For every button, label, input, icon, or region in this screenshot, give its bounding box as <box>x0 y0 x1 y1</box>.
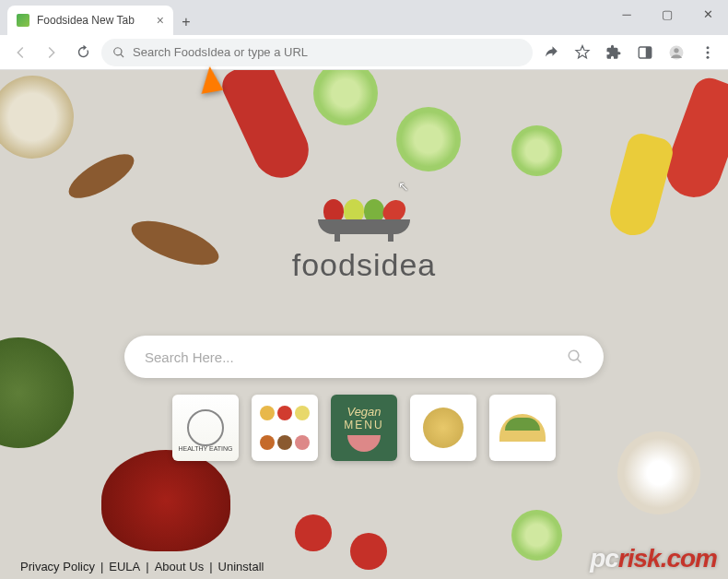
new-tab-button[interactable]: + <box>173 9 199 35</box>
quick-tiles: HEALTHY EATING Vegan MENU <box>172 395 556 461</box>
brand-name: foodsidea <box>124 247 604 283</box>
tab-title: Foodsidea New Tab <box>37 14 135 27</box>
search-icon <box>112 46 125 59</box>
footer-link-eula[interactable]: EULA <box>109 560 140 573</box>
tile-fast-food[interactable] <box>252 395 318 461</box>
extensions-icon[interactable] <box>601 44 627 61</box>
tile-taco[interactable] <box>489 395 556 461</box>
menu-dots-icon[interactable] <box>695 44 721 61</box>
tile-label: HEALTHY EATING <box>178 445 232 452</box>
background-food-collage <box>0 70 728 579</box>
toolbar: Search FoodsIdea or type a URL <box>0 35 728 70</box>
minimize-button[interactable]: ─ <box>606 0 647 28</box>
highlight-arrow <box>197 65 223 94</box>
close-tab-icon[interactable]: × <box>157 13 164 28</box>
tile-label-top: Vegan <box>346 405 381 419</box>
window-controls: ─ ▢ ✕ <box>606 0 728 28</box>
back-button[interactable] <box>7 40 33 65</box>
tile-healthy-eating[interactable]: HEALTHY EATING <box>172 395 239 461</box>
footer-link-about[interactable]: About Us <box>155 560 204 573</box>
favicon <box>17 14 29 27</box>
sidepanel-icon[interactable] <box>632 44 658 61</box>
search-icon[interactable] <box>567 349 583 365</box>
share-icon[interactable] <box>538 44 564 61</box>
tile-label-bottom: MENU <box>344 419 383 431</box>
tile-pasta[interactable] <box>410 395 476 461</box>
page-content: foodsidea HEALTHY EATING Vegan MENU Priv… <box>0 70 728 579</box>
page-search-bar[interactable] <box>124 336 604 378</box>
brand-block: foodsidea <box>124 199 604 283</box>
svg-rect-1 <box>646 47 652 58</box>
footer-links: Privacy Policy| EULA| About Us| Uninstal… <box>20 560 264 573</box>
browser-tab[interactable]: Foodsidea New Tab × <box>7 6 173 35</box>
omnibox[interactable]: Search FoodsIdea or type a URL <box>101 39 533 66</box>
tile-vegan-menu[interactable]: Vegan MENU <box>331 395 397 461</box>
bookmark-star-icon[interactable] <box>569 44 595 61</box>
footer-link-privacy[interactable]: Privacy Policy <box>20 560 95 573</box>
footer-link-uninstall[interactable]: Uninstall <box>218 560 264 573</box>
svg-point-5 <box>707 51 710 53</box>
titlebar: Foodsidea New Tab × + ─ ▢ ✕ <box>0 0 728 35</box>
forward-button[interactable] <box>39 40 65 65</box>
close-window-button[interactable]: ✕ <box>687 0 728 28</box>
svg-point-6 <box>707 55 710 58</box>
reload-button[interactable] <box>70 40 96 65</box>
profile-avatar-icon[interactable] <box>663 44 689 61</box>
omnibox-placeholder: Search FoodsIdea or type a URL <box>133 45 308 59</box>
logo-icon <box>318 199 410 234</box>
page-search-input[interactable] <box>145 349 567 365</box>
maximize-button[interactable]: ▢ <box>647 0 687 28</box>
svg-point-4 <box>707 46 710 49</box>
svg-point-3 <box>674 48 678 53</box>
